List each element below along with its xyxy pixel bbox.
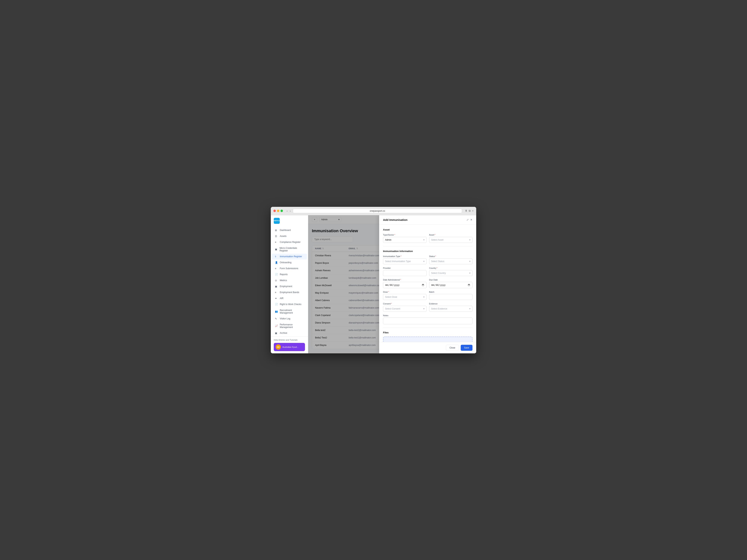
- chevron-down-icon: ▾: [423, 260, 424, 263]
- sidebar-item-micro-credentials[interactable]: ▣ Micro-Credentials Register: [272, 245, 307, 254]
- sidebar-item-assets[interactable]: ☰ Assets: [272, 233, 307, 239]
- chevron-down-icon: ▾: [469, 272, 470, 274]
- chevron-down-icon: ▾: [469, 260, 470, 263]
- user-badge[interactable]: AK Australian Kyud...: [274, 343, 305, 351]
- logo-icon: ONEPASS: [274, 218, 280, 224]
- assets-icon: ☰: [275, 235, 278, 238]
- section-divider: [383, 246, 472, 246]
- sidebar-item-label: Metrics: [280, 279, 287, 282]
- sidebar-item-recruitment[interactable]: 👥 Recruitment Management: [272, 308, 307, 316]
- status-group: Status * Select Status ▾: [429, 255, 473, 264]
- files-section-title: Files: [383, 331, 472, 334]
- dashboard-icon: ⊞: [275, 229, 278, 232]
- employment-bands-icon: ≡: [275, 291, 278, 294]
- sidebar-item-label: Form Submissions: [280, 267, 298, 270]
- date-administered-input[interactable]: [383, 282, 427, 288]
- forward-button[interactable]: ›: [289, 209, 291, 213]
- sidebar-item-right-to-work[interactable]: 📄 Right to Work Checks: [272, 301, 307, 307]
- sidebar-item-onboarding[interactable]: 👤 Onboarding: [272, 260, 307, 265]
- air-icon: ✦: [275, 297, 278, 300]
- sidebar-item-label: Employment Bands: [280, 291, 299, 294]
- help-link[interactable]: Help Articles and Tutorials: [274, 339, 305, 341]
- sidebar-item-label: Archive: [280, 332, 287, 334]
- asset-select[interactable]: Select Asset ▾: [429, 237, 473, 243]
- batch-group: Batch: [429, 291, 473, 300]
- visitor-log-icon: ✎: [275, 317, 278, 320]
- expand-icon[interactable]: ⤢: [466, 218, 469, 221]
- asset-section-title: Asset: [383, 228, 472, 231]
- sidebar-item-compliance[interactable]: ≡ Compliance Register: [272, 239, 307, 245]
- provider-input[interactable]: [383, 270, 427, 276]
- sidebar-item-dashboard[interactable]: ⊞ Dashboard: [272, 228, 307, 233]
- sidebar: ONEPASS ⊞ Dashboard ☰ Assets ≡ Complianc…: [271, 215, 308, 353]
- notes-input[interactable]: [383, 318, 472, 324]
- provider-country-row: Provider Country * Select Country: [383, 267, 472, 276]
- sidebar-item-form-submissions[interactable]: ≡ Form Submissions: [272, 266, 307, 271]
- sidebar-item-label: Onboarding: [280, 261, 291, 264]
- chevron-down-icon: ▾: [469, 239, 470, 241]
- date-administered-label: Date Administered *: [383, 279, 427, 281]
- immunisation-type-status-row: Immunisation Type * Select Immunisation …: [383, 255, 472, 264]
- compliance-icon: ≡: [275, 241, 278, 244]
- immunisation-type-select[interactable]: Select Immunisation Type ▾: [383, 258, 427, 264]
- browser-window: ‹ › onepassport.co ⬆ ⧉ + ONEPASS ⊞ Dashb…: [271, 207, 476, 353]
- main-content: + Admin ▾ Immunisation Overview NAME ⇅: [308, 215, 476, 353]
- required-indicator: *: [401, 255, 401, 258]
- sidebar-item-employment[interactable]: ▣ Employment: [272, 284, 307, 289]
- country-label: Country *: [429, 267, 473, 269]
- country-select[interactable]: Select Country ▾: [429, 270, 473, 276]
- close-modal-icon[interactable]: ✕: [470, 218, 472, 221]
- share-icon[interactable]: ⬆: [465, 209, 467, 212]
- browser-icons: ⬆ ⧉ +: [465, 209, 473, 212]
- minimize-window-button[interactable]: [277, 210, 279, 212]
- close-button[interactable]: Close: [446, 345, 459, 351]
- required-indicator: *: [388, 291, 389, 293]
- sidebar-item-employment-bands[interactable]: ≡ Employment Bands: [272, 290, 307, 295]
- browser-nav-buttons: ‹ ›: [286, 209, 291, 213]
- sidebar-item-immunisation[interactable]: ⚕ Immunisation Register: [272, 254, 307, 260]
- close-window-button[interactable]: [274, 210, 276, 212]
- sidebar-item-archive[interactable]: ▣ Archive: [272, 330, 307, 336]
- batch-input[interactable]: [429, 294, 473, 300]
- notes-label: Notes: [383, 314, 472, 317]
- save-button[interactable]: Save: [461, 345, 472, 351]
- sidebar-item-visitor-log[interactable]: ✎ Visitor Log: [272, 316, 307, 322]
- add-immunisation-modal: Add Immunisation ⤢ ✕ Asset Type/Sect: [379, 215, 476, 353]
- immunisation-info-section-title: Immunisation Information: [383, 250, 472, 252]
- due-date-input[interactable]: [429, 282, 473, 288]
- modal-header-icons: ⤢ ✕: [466, 218, 472, 221]
- evidence-select[interactable]: Select Evidence ▾: [429, 306, 473, 312]
- consent-select[interactable]: Select Consent ▾: [383, 306, 427, 312]
- performance-icon: 📈: [275, 324, 278, 327]
- batch-label: Batch: [429, 291, 473, 293]
- type-sector-select[interactable]: Admin ▾: [383, 237, 427, 243]
- required-indicator: *: [394, 234, 395, 236]
- sidebar-item-reports[interactable]: 📄 Reports: [272, 272, 307, 277]
- modal-overlay: Add Immunisation ⤢ ✕ Asset Type/Sect: [308, 215, 476, 353]
- sidebar-item-metrics[interactable]: ⊙ Metrics: [272, 277, 307, 283]
- app-container: ONEPASS ⊞ Dashboard ☰ Assets ≡ Complianc…: [271, 215, 476, 353]
- new-tab-icon[interactable]: +: [472, 209, 473, 212]
- reports-icon: 📄: [275, 273, 278, 276]
- sidebar-item-label: Immunisation Register: [280, 255, 302, 258]
- micro-credentials-icon: ▣: [275, 248, 278, 251]
- back-button[interactable]: ‹: [286, 209, 288, 213]
- sidebar-item-air[interactable]: ✦ AIR: [272, 295, 307, 301]
- traffic-lights: [274, 210, 283, 212]
- sidebar-item-label: Reports: [280, 273, 288, 276]
- chevron-down-icon: ▾: [423, 296, 424, 298]
- sidebar-item-performance[interactable]: 📈 Performance Management: [272, 322, 307, 330]
- consent-group: Consent * Select Consent ▾: [383, 302, 427, 312]
- tab-icon[interactable]: ⧉: [469, 209, 471, 212]
- consent-evidence-row: Consent * Select Consent ▾ Evidence: [383, 302, 472, 312]
- status-select[interactable]: Select Status ▾: [429, 258, 473, 264]
- address-bar[interactable]: onepassport.co: [293, 209, 462, 213]
- archive-icon: ▣: [275, 332, 278, 335]
- dose-select[interactable]: Select Dose ▾: [383, 294, 427, 300]
- right-to-work-icon: 📄: [275, 303, 278, 306]
- recruitment-icon: 👥: [275, 310, 278, 313]
- user-name: Australian Kyud...: [282, 346, 299, 348]
- due-date-group: Due Date: [429, 279, 473, 288]
- sidebar-item-label: AIR: [280, 297, 283, 300]
- maximize-window-button[interactable]: [281, 210, 283, 212]
